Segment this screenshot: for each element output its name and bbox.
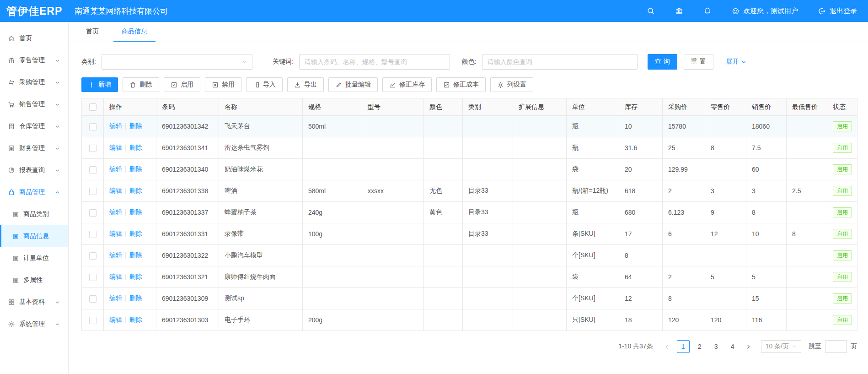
table-cell — [362, 288, 424, 309]
page-button-1[interactable]: 1 — [677, 340, 690, 353]
checkbox-cell — [82, 159, 104, 180]
sidebar-item-measure-unit[interactable]: 计量单位 — [0, 247, 68, 269]
batch-edit-button[interactable]: 批量编辑 — [328, 77, 378, 92]
page-button-2[interactable]: 2 — [693, 340, 706, 353]
welcome-user[interactable]: 欢迎您，测试用户 — [732, 7, 798, 16]
delete-link[interactable]: 删除 — [129, 122, 142, 130]
category-select[interactable] — [102, 54, 252, 70]
delete-link[interactable]: 删除 — [129, 144, 142, 151]
edit-link[interactable]: 编辑 — [109, 273, 122, 280]
edit-link[interactable]: 编辑 — [109, 187, 122, 194]
sidebar-item-basic-data[interactable]: 基本资料 — [0, 291, 68, 313]
delete-link[interactable]: 删除 — [129, 208, 142, 216]
sidebar-item-purchase[interactable]: 采购管理 — [0, 71, 68, 93]
status-badge: 启用 — [833, 121, 852, 131]
button-label: 启用 — [181, 81, 193, 89]
delete-button[interactable]: 删除 — [123, 77, 159, 92]
table-cell: 3 — [705, 180, 746, 202]
delete-link[interactable]: 删除 — [129, 316, 142, 323]
ops-separator: | — [125, 316, 127, 323]
sidebar-item-finance[interactable]: 财务管理 — [0, 137, 68, 159]
row-checkbox[interactable] — [89, 252, 96, 260]
edit-link[interactable]: 编辑 — [109, 144, 122, 151]
row-checkbox[interactable] — [89, 317, 96, 324]
sidebar-item-home[interactable]: 首页 — [0, 27, 68, 49]
next-page-button[interactable] — [743, 340, 755, 353]
page-button-4[interactable]: 4 — [726, 340, 739, 353]
sidebar-item-sales[interactable]: 销售管理 — [0, 93, 68, 115]
table-cell: 目录33 — [463, 223, 513, 245]
delete-link[interactable]: 删除 — [129, 230, 142, 237]
prev-page-button[interactable] — [661, 340, 673, 353]
search-icon[interactable] — [647, 7, 655, 15]
chart-line-icon — [389, 81, 396, 88]
export-button[interactable]: 导出 — [287, 77, 324, 92]
edit-link[interactable]: 编辑 — [109, 230, 122, 237]
sidebar-item-multi-attr[interactable]: 多属性 — [0, 269, 68, 291]
delete-link[interactable]: 删除 — [129, 294, 142, 302]
button-label: 导入 — [263, 81, 276, 89]
sidebar-item-goods-info[interactable]: 商品信息 — [0, 225, 68, 247]
edit-link[interactable]: 编辑 — [109, 208, 122, 216]
edit-link[interactable]: 编辑 — [109, 251, 122, 259]
column-settings-button[interactable]: 列设置 — [490, 77, 533, 92]
tab-product-info[interactable]: 商品信息 — [113, 22, 155, 42]
disable-button[interactable]: 禁用 — [205, 77, 241, 92]
row-checkbox[interactable] — [89, 123, 96, 130]
row-checkbox[interactable] — [89, 166, 96, 173]
row-checkbox[interactable] — [89, 274, 96, 281]
enable-button[interactable]: 启用 — [164, 77, 200, 92]
goods-icon — [8, 189, 15, 196]
table-cell: 64 — [619, 266, 663, 288]
edit-link[interactable]: 编辑 — [109, 294, 122, 302]
fix-cost-button[interactable]: 修正成本 — [436, 77, 486, 92]
edit-link[interactable]: 编辑 — [109, 316, 122, 323]
search-button[interactable]: 查询 — [648, 54, 677, 70]
keyword-input[interactable] — [299, 54, 450, 70]
page-size-select[interactable]: 10 条/页 — [761, 340, 801, 353]
table-row: 编辑|删除6901236301338啤酒580mlxxsxx无色目录33瓶/(箱… — [82, 180, 857, 202]
row-checkbox[interactable] — [89, 145, 96, 152]
delete-link[interactable]: 删除 — [129, 165, 142, 173]
tab-home[interactable]: 首页 — [78, 22, 107, 42]
table-cell: 测试sp — [219, 288, 303, 309]
row-checkbox[interactable] — [89, 209, 96, 217]
bell-icon[interactable] — [703, 7, 712, 15]
edit-link[interactable]: 编辑 — [109, 165, 122, 173]
purchase-icon — [8, 79, 15, 86]
status-cell: 启用 — [827, 245, 857, 266]
edit-link[interactable]: 编辑 — [109, 122, 122, 130]
row-checkbox[interactable] — [89, 188, 96, 195]
row-checkbox[interactable] — [89, 231, 96, 238]
delete-link[interactable]: 删除 — [129, 251, 142, 259]
table-cell: xxsxx — [362, 180, 424, 202]
table-cell: 2.5 — [787, 180, 827, 202]
sidebar-item-report[interactable]: 报表查询 — [0, 159, 68, 181]
table-cell: 10 — [746, 223, 787, 245]
sidebar-item-retail[interactable]: 零售管理 — [0, 49, 68, 71]
select-all-checkbox[interactable] — [89, 103, 96, 111]
row-checkbox[interactable] — [89, 295, 96, 303]
fix-stock-button[interactable]: 修正库存 — [382, 77, 432, 92]
sidebar-item-goods-category[interactable]: 商品类别 — [0, 203, 68, 225]
user-icon — [732, 7, 739, 15]
logout-button[interactable]: 退出登录 — [818, 7, 857, 16]
chevron-down-icon — [55, 300, 60, 305]
page-button-3[interactable]: 3 — [710, 340, 723, 353]
expand-toggle[interactable]: 展开 — [726, 58, 746, 66]
add-button[interactable]: 新增 — [81, 77, 118, 92]
sidebar-item-warehouse[interactable]: 仓库管理 — [0, 115, 68, 137]
reset-button[interactable]: 重置 — [684, 54, 713, 70]
sidebar-item-goods[interactable]: 商品管理 — [0, 181, 68, 203]
sidebar-item-system[interactable]: 系统管理 — [0, 313, 68, 335]
import-button[interactable]: 导入 — [246, 77, 283, 92]
delete-link[interactable]: 删除 — [129, 273, 142, 280]
edit-icon — [335, 81, 342, 88]
table-cell — [424, 116, 463, 137]
color-input[interactable] — [482, 54, 638, 70]
table-cell: 奶油味爆米花 — [219, 159, 303, 180]
topbar-right: 欢迎您，测试用户 退出登录 — [647, 7, 857, 16]
bank-icon[interactable] — [675, 7, 683, 15]
delete-link[interactable]: 删除 — [129, 187, 142, 194]
jump-page-input[interactable] — [825, 340, 847, 353]
